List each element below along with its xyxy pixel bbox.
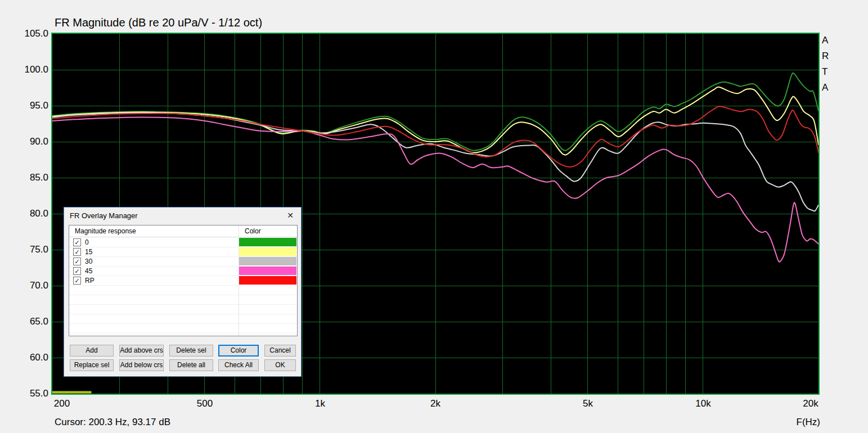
x-tick-label: 500 (197, 398, 213, 409)
color-button[interactable]: Color (218, 345, 259, 357)
arta-fr-window: FR Magnitude (dB re 20 uPa/V - 1/12 oct)… (0, 0, 868, 433)
brand-letter: R (822, 51, 829, 62)
overlay-label: RP (85, 277, 95, 285)
y-tick-label: 105.0 (1, 28, 48, 39)
column-header-color: Color (245, 227, 261, 235)
y-tick-label: 85.0 (1, 172, 48, 183)
overlay-checkbox-45[interactable]: ✓ (73, 267, 81, 275)
overlay-row-empty (69, 314, 297, 324)
overlay-row-empty (69, 285, 297, 295)
color-swatch-0[interactable] (239, 238, 296, 246)
overlay-row-RP[interactable]: ✓RP (69, 276, 297, 286)
column-header-magnitude-response: Magnitude response (75, 227, 136, 235)
y-tick-label: 80.0 (1, 208, 48, 219)
y-tick-label: 100.0 (1, 64, 48, 75)
brand-letter: T (822, 66, 827, 78)
overlay-row-0[interactable]: ✓0 (69, 237, 297, 247)
x-tick-label: 200 (54, 398, 70, 409)
overlay-list-header: Magnitude response Color (69, 225, 297, 237)
x-tick-label: 1k (315, 398, 325, 409)
color-swatch-30[interactable] (239, 257, 296, 265)
brand-letter: A (822, 35, 828, 46)
add-below-crs-button[interactable]: Add below crs (119, 359, 164, 371)
brand-letter: A (822, 82, 828, 93)
dialog-title: FR Overlay Manager (70, 211, 138, 220)
plot-title: FR Magnitude (dB re 20 uPa/V - 1/12 oct) (55, 16, 262, 29)
cancel-button[interactable]: Cancel (264, 345, 296, 357)
fr-overlay-manager-dialog[interactable]: FR Overlay Manager ✕ Magnitude response … (64, 207, 302, 377)
y-tick-label: 75.0 (1, 244, 48, 255)
overlay-row-45[interactable]: ✓45 (69, 266, 297, 276)
overlay-row-empty (69, 323, 297, 333)
check-all-button[interactable]: Check All (218, 359, 259, 371)
x-tick-label: 5k (583, 398, 593, 409)
overlay-row-30[interactable]: ✓30 (69, 256, 297, 267)
overlay-label: 0 (85, 238, 89, 246)
close-icon[interactable]: ✕ (285, 210, 296, 221)
overlay-checkbox-RP[interactable]: ✓ (73, 277, 81, 285)
overlay-label: 30 (85, 258, 92, 265)
color-swatch-RP[interactable] (239, 276, 296, 285)
overlay-label: 45 (85, 267, 92, 275)
color-swatch-15[interactable] (239, 247, 296, 256)
overlay-checkbox-15[interactable]: ✓ (73, 248, 81, 256)
overlay-row-15[interactable]: ✓15 (69, 247, 297, 257)
overlay-checkbox-0[interactable]: ✓ (73, 238, 81, 246)
x-tick-label: 20k (803, 398, 818, 409)
y-tick-label: 65.0 (1, 316, 48, 327)
y-tick-label: 55.0 (1, 388, 48, 399)
overlay-row-empty (69, 304, 297, 314)
y-tick-label: 70.0 (1, 280, 48, 291)
overlay-checkbox-30[interactable]: ✓ (73, 258, 81, 265)
overlay-row-empty (69, 295, 297, 305)
overlay-row-empty (69, 333, 297, 336)
cursor-readout: Cursor: 200.3 Hz, 93.17 dB (55, 417, 170, 428)
replace-sel-button[interactable]: Replace sel (70, 359, 114, 371)
color-swatch-45[interactable] (239, 267, 296, 275)
delete-sel-button[interactable]: Delete sel (169, 345, 213, 357)
ok-button[interactable]: OK (264, 359, 296, 371)
overlay-label: 15 (85, 248, 92, 256)
x-axis-unit-label: F(Hz) (789, 417, 820, 428)
add-button[interactable]: Add (70, 345, 114, 357)
y-tick-label: 90.0 (1, 136, 48, 147)
x-tick-label: 10k (695, 398, 710, 409)
y-tick-label: 95.0 (1, 100, 48, 111)
add-above-crs-button[interactable]: Add above crs (119, 345, 164, 357)
overlay-list[interactable]: Magnitude response Color ✓0✓15✓30✓45✓RP (69, 225, 298, 336)
x-tick-label: 2k (430, 398, 440, 409)
delete-all-button[interactable]: Delete all (169, 359, 213, 371)
y-tick-label: 60.0 (1, 352, 48, 363)
